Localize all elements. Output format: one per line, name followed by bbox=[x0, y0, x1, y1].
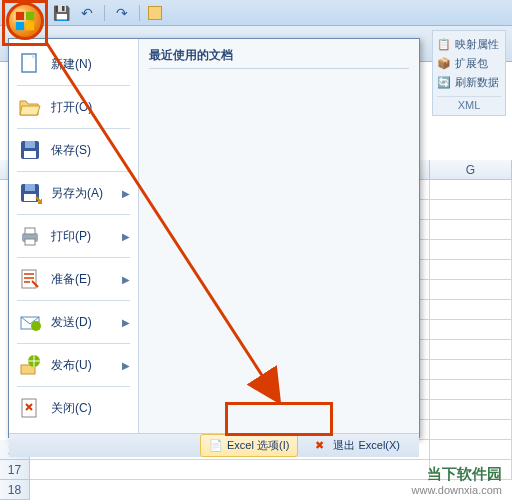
menu-send[interactable]: 发送(D) ▶ bbox=[13, 303, 134, 341]
chevron-right-icon: ▶ bbox=[122, 274, 130, 285]
menu-open-label: 打开(O) bbox=[51, 99, 92, 116]
svg-rect-13 bbox=[25, 239, 35, 245]
new-file-icon bbox=[17, 51, 43, 77]
annotation-box-options bbox=[225, 402, 333, 436]
exit-excel-label: 退出 Excel(X) bbox=[333, 438, 400, 453]
menu-save-label: 保存(S) bbox=[51, 142, 91, 159]
watermark: 当下软件园 www.downxia.com bbox=[412, 465, 502, 496]
menu-close-label: 关闭(C) bbox=[51, 400, 92, 417]
menu-send-label: 发送(D) bbox=[51, 314, 92, 331]
svg-point-16 bbox=[31, 321, 41, 331]
expand-pack-button[interactable]: 📦 扩展包 bbox=[437, 54, 501, 73]
menu-save-as[interactable]: 另存为(A) ▶ bbox=[13, 174, 134, 212]
close-file-icon bbox=[17, 395, 43, 421]
office-menu: 新建(N) 打开(O) 保存(S) 另存为(A) ▶ 打印(P) bbox=[8, 38, 420, 438]
chevron-right-icon: ▶ bbox=[122, 188, 130, 199]
chevron-right-icon: ▶ bbox=[122, 231, 130, 242]
qat-more-icon[interactable] bbox=[148, 6, 162, 20]
map-properties-icon: 📋 bbox=[437, 38, 451, 52]
svg-rect-7 bbox=[24, 151, 36, 158]
map-properties-label: 映射属性 bbox=[455, 37, 499, 52]
exit-excel-button[interactable]: ✖ 退出 Excel(X) bbox=[306, 434, 409, 457]
save-as-icon bbox=[17, 180, 43, 206]
refresh-data-label: 刷新数据 bbox=[455, 75, 499, 90]
svg-rect-9 bbox=[25, 184, 35, 191]
recent-documents-title: 最近使用的文档 bbox=[149, 47, 409, 69]
menu-new[interactable]: 新建(N) bbox=[13, 45, 134, 83]
row-header-17[interactable]: 17 bbox=[0, 460, 30, 480]
titlebar: 💾 ↶ ↷ bbox=[0, 0, 512, 26]
qat-separator bbox=[139, 5, 140, 21]
save-icon[interactable]: 💾 bbox=[52, 4, 70, 22]
menu-save[interactable]: 保存(S) bbox=[13, 131, 134, 169]
expand-pack-icon: 📦 bbox=[437, 57, 451, 71]
excel-options-button[interactable]: 📄 Excel 选项(I) bbox=[200, 434, 298, 457]
menu-prepare[interactable]: 准备(E) ▶ bbox=[13, 260, 134, 298]
xml-group-label: XML bbox=[437, 96, 501, 111]
chevron-right-icon: ▶ bbox=[122, 317, 130, 328]
expand-pack-label: 扩展包 bbox=[455, 56, 488, 71]
quick-access-toolbar: 💾 ↶ ↷ bbox=[52, 4, 162, 22]
svg-rect-14 bbox=[22, 270, 36, 288]
menu-publish[interactable]: 发布(U) ▶ bbox=[13, 346, 134, 384]
menu-prepare-label: 准备(E) bbox=[51, 271, 91, 288]
menu-save-as-label: 另存为(A) bbox=[51, 185, 103, 202]
menu-close[interactable]: 关闭(C) bbox=[13, 389, 134, 427]
office-button[interactable] bbox=[6, 2, 44, 40]
save-disk-icon bbox=[17, 137, 43, 163]
qat-separator bbox=[104, 5, 105, 21]
svg-rect-6 bbox=[25, 141, 35, 148]
publish-icon bbox=[17, 352, 43, 378]
redo-icon[interactable]: ↷ bbox=[113, 4, 131, 22]
exit-icon: ✖ bbox=[315, 439, 329, 453]
refresh-data-button[interactable]: 🔄 刷新数据 bbox=[437, 73, 501, 92]
svg-rect-2 bbox=[16, 22, 24, 30]
ribbon-xml-group: 📋 映射属性 📦 扩展包 🔄 刷新数据 XML bbox=[432, 30, 506, 116]
menu-open[interactable]: 打开(O) bbox=[13, 88, 134, 126]
map-properties-button[interactable]: 📋 映射属性 bbox=[437, 35, 501, 54]
menu-print-label: 打印(P) bbox=[51, 228, 91, 245]
refresh-icon: 🔄 bbox=[437, 76, 451, 90]
svg-rect-10 bbox=[24, 194, 36, 201]
watermark-name: 当下软件园 bbox=[412, 465, 502, 484]
svg-rect-0 bbox=[16, 12, 24, 20]
col-header-g[interactable]: G bbox=[430, 160, 512, 179]
row-header-18[interactable]: 18 bbox=[0, 480, 30, 500]
recent-documents-panel: 最近使用的文档 bbox=[139, 39, 419, 433]
svg-rect-1 bbox=[26, 12, 34, 20]
options-icon: 📄 bbox=[209, 439, 223, 453]
menu-publish-label: 发布(U) bbox=[51, 357, 92, 374]
office-logo-icon bbox=[14, 10, 36, 32]
menu-footer: 📄 Excel 选项(I) ✖ 退出 Excel(X) bbox=[9, 433, 419, 457]
menu-new-label: 新建(N) bbox=[51, 56, 92, 73]
watermark-url: www.downxia.com bbox=[412, 484, 502, 496]
open-folder-icon bbox=[17, 94, 43, 120]
undo-icon[interactable]: ↶ bbox=[78, 4, 96, 22]
menu-print[interactable]: 打印(P) ▶ bbox=[13, 217, 134, 255]
chevron-right-icon: ▶ bbox=[122, 360, 130, 371]
excel-options-label: Excel 选项(I) bbox=[227, 438, 289, 453]
printer-icon bbox=[17, 223, 43, 249]
prepare-icon bbox=[17, 266, 43, 292]
send-mail-icon bbox=[17, 309, 43, 335]
svg-rect-12 bbox=[25, 228, 35, 234]
svg-rect-3 bbox=[26, 22, 34, 30]
menu-left-column: 新建(N) 打开(O) 保存(S) 另存为(A) ▶ 打印(P) bbox=[9, 39, 139, 433]
